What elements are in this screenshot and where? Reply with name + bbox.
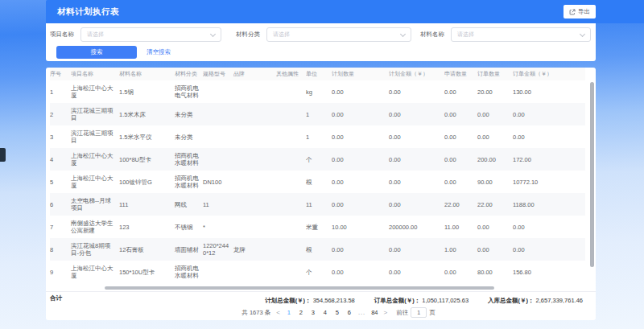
clear-search-link[interactable]: 清空搜索 — [147, 48, 171, 56]
column-header: 项目名称 — [71, 68, 119, 80]
summary-item-label: 计划总金额(￥)： — [265, 297, 312, 304]
prev-page-button[interactable]: < — [276, 309, 280, 316]
search-row: 搜索 清空搜索 — [56, 46, 171, 59]
table-cell: 156.80 — [513, 261, 585, 283]
table-cell: 4 — [50, 148, 71, 171]
table-cell — [276, 80, 306, 103]
table-cell: 0.00 — [389, 261, 444, 283]
table-row[interactable]: 2滨江花城三期项目1.5米木床未分类10.000.000.000.000.00 — [50, 103, 585, 125]
horizontal-scrollbar-thumb[interactable] — [105, 286, 494, 290]
export-button[interactable]: 导出 — [564, 5, 596, 19]
table-cell: 100镀锌管G — [119, 171, 175, 193]
table-cell: 南侧盛达大学生公寓新建 — [71, 216, 119, 238]
table-row[interactable]: 9上海松江中心大厦150*10U型卡招商机电水暖材料个0.000.000.008… — [50, 261, 585, 283]
summary-item: 入库总金额(￥)：2,657,339,761.46 — [488, 291, 583, 306]
page-button-6[interactable]: 6 — [346, 309, 353, 316]
page-button-4[interactable]: 4 — [322, 309, 328, 316]
materials-table: 序号项目名称材料名称材料分类规格型号品牌其他属性单位计划数量计划金额（￥）申请数… — [50, 68, 585, 283]
table-row[interactable]: 4上海松江中心大厦100*8U型卡招商机电水暖材料个0.000.000.0020… — [50, 148, 585, 171]
page-button-1[interactable]: 1 — [286, 309, 292, 316]
page-button-2[interactable]: 2 — [298, 309, 304, 316]
table-cell: 100*8U型卡 — [119, 148, 175, 171]
side-drawer-handle[interactable] — [0, 148, 6, 162]
table-cell: 招商机电水暖材料 — [175, 148, 203, 171]
table-cell: 上海松江中心大厦 — [71, 171, 119, 193]
column-header: 规格型号 — [203, 68, 233, 80]
title-bar: 材料计划执行表 导出 — [46, 0, 644, 23]
chevron-down-icon — [210, 31, 216, 36]
table-cell: 1 — [306, 125, 332, 148]
table-cell: 0.00 — [389, 103, 444, 125]
table-panel: 序号项目名称材料名称材料分类规格型号品牌其他属性单位计划数量计划金额（￥）申请数… — [46, 68, 596, 320]
column-header: 材料名称 — [119, 68, 175, 80]
table-cell: 0.00 — [332, 125, 389, 148]
table-cell — [233, 103, 276, 125]
goto-label: 前往 — [396, 309, 408, 317]
table-row[interactable]: 3滨江花城三期项目1.5米水平仪未分类10.000.000.000.000.00 — [50, 125, 585, 148]
table-cell: 0.00 — [477, 238, 513, 261]
pagination-ellipsis: ... — [358, 309, 365, 316]
table-cell: 90.00 — [477, 171, 513, 193]
table-row[interactable]: 7南侧盛达大学生公寓新建123不锈钢*米重10.00200000.0011.00… — [50, 216, 585, 238]
summary-item: 计划总金额(￥)：354,568,213.58 — [265, 291, 355, 306]
column-header: 序号 — [50, 68, 71, 80]
table-cell: 0.00 — [477, 125, 513, 148]
chevron-down-icon — [400, 31, 406, 36]
table-row[interactable]: 5上海松江中心大厦100镀锌管G招商机电水暖材料DN100根0.000.000.… — [50, 171, 585, 193]
export-button-label: 导出 — [578, 8, 590, 16]
select-placeholder: 请选择 — [457, 31, 474, 39]
table-cell — [203, 103, 233, 125]
table-cell: kg — [306, 80, 332, 103]
table-row[interactable]: 8滨江花城8期项目-分包12石膏板墙面辅材1220*2440*12龙牌根0.00… — [50, 238, 585, 261]
table-cell: 滨江花城8期项目-分包 — [71, 238, 119, 261]
page-button-3[interactable]: 3 — [310, 309, 316, 316]
page-button-5[interactable]: 5 — [334, 309, 341, 316]
table-cell: 11 — [306, 193, 332, 216]
table-row[interactable]: 1上海松江中心大厦1.5钢招商机电电气材料kg0.000.000.0020.00… — [50, 80, 585, 103]
table-cell: 0.00 — [389, 171, 444, 193]
table-cell: 0.00 — [389, 238, 444, 261]
filter-group-2: 材料名称请选择 — [420, 27, 591, 42]
table-cell — [203, 148, 233, 171]
table-cell: 0.00 — [444, 171, 477, 193]
goto-page-input[interactable] — [411, 307, 427, 318]
summary-label: 合计 — [50, 294, 62, 302]
table-row[interactable]: 6太空电梯--月球项目111网线11110.000.0022.0022.0011… — [50, 193, 585, 216]
table-cell: 11 — [203, 193, 233, 216]
column-header: 订单数量 — [477, 68, 513, 80]
table-cell: 8 — [50, 238, 71, 261]
search-button[interactable]: 搜索 — [56, 46, 137, 59]
filter-label: 项目名称 — [50, 31, 74, 39]
filter-select-1[interactable]: 请选择 — [266, 27, 411, 42]
table-cell: 0.00 — [332, 238, 389, 261]
table-cell: 上海松江中心大厦 — [71, 148, 119, 171]
filter-select-0[interactable]: 请选择 — [80, 27, 221, 42]
next-page-button[interactable]: > — [383, 309, 387, 316]
table-cell: 根 — [306, 171, 332, 193]
filter-label: 材料名称 — [420, 31, 444, 39]
select-placeholder: 请选择 — [87, 31, 104, 39]
pagination: 共 1673 条 < 123456...84 > 前往 页 — [46, 305, 596, 320]
table-cell: 未分类 — [175, 103, 203, 125]
vertical-scrollbar-thumb[interactable] — [590, 82, 594, 267]
page-title: 材料计划执行表 — [57, 6, 119, 18]
table-cell: 1188.00 — [513, 193, 585, 216]
table-cell — [233, 261, 276, 283]
table-cell: 150*10U型卡 — [119, 261, 175, 283]
filter-label: 材料分类 — [236, 31, 260, 39]
filter-select-2[interactable]: 请选择 — [451, 27, 591, 42]
table-cell: 招商机电电气材料 — [175, 80, 203, 103]
chevron-down-icon — [580, 31, 585, 36]
summary-items: 计划总金额(￥)：354,568,213.58订单总金额(￥)：1,050,11… — [246, 291, 583, 306]
table-cell — [276, 216, 306, 238]
filter-group-0: 项目名称请选择 — [50, 27, 221, 42]
page-button-84[interactable]: 84 — [371, 309, 378, 316]
summary-item-value: 354,568,213.58 — [313, 297, 355, 304]
table-cell: 滨江花城三期项目 — [71, 125, 119, 148]
table-cell: 0.00 — [444, 261, 477, 283]
table-cell: 上海松江中心大厦 — [71, 80, 119, 103]
table-cell: 22.00 — [477, 193, 513, 216]
table-cell: 10.00 — [332, 216, 389, 238]
table-cell — [276, 238, 306, 261]
table-cell: 龙牌 — [233, 238, 276, 261]
